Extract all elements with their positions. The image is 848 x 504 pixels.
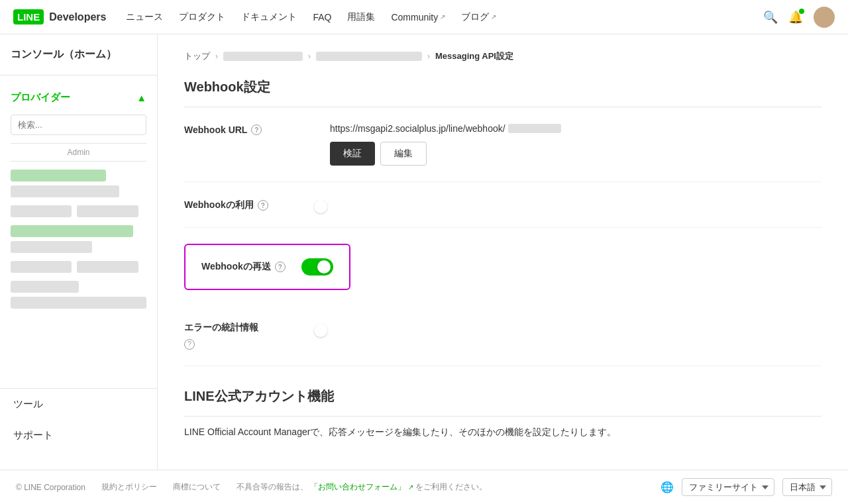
webhook-url-masked — [508, 124, 561, 133]
edit-button[interactable]: 編集 — [380, 142, 427, 166]
external-link-icon: ↗ — [408, 483, 413, 491]
external-link-icon: ↗ — [491, 13, 496, 21]
footer-right: 🌐 ファミリーサイト 日本語 — [661, 478, 832, 496]
footer-trademark-link[interactable]: 商標について — [173, 481, 221, 493]
sidebar-console-link[interactable]: コンソール（ホーム） — [0, 34, 157, 76]
nav-faq[interactable]: FAQ — [313, 12, 331, 23]
breadcrumb-blur-2 — [316, 52, 422, 61]
footer-contact-text: 不具合等の報告は、 「お問い合わせフォーム」 ↗ をご利用ください。 — [237, 481, 487, 493]
sidebar-tools-link[interactable]: ツール — [0, 389, 157, 420]
breadcrumb-sep-3: › — [427, 52, 430, 61]
nav-blog[interactable]: ブログ ↗ — [461, 11, 496, 23]
line-logo: LINE — [13, 9, 44, 25]
webhook-url-label: Webhook URL ? — [184, 123, 330, 135]
notification-icon[interactable]: 🔔 — [788, 10, 803, 25]
official-section: LINE公式アカウント機能 LINE Official Account Mana… — [184, 387, 822, 439]
webhook-use-help-icon[interactable]: ? — [258, 200, 268, 211]
webhook-url-buttons: 検証 編集 — [330, 142, 822, 166]
sidebar-search-container — [11, 115, 146, 135]
sidebar: コンソール（ホーム） プロバイダー ▲ Admin — [0, 34, 158, 504]
error-stats-help-icon[interactable]: ? — [184, 339, 195, 350]
header: LINE Developers ニュース プロダクト ドキュメント FAQ 用語… — [0, 0, 848, 34]
webhook-section-title: Webhook設定 — [184, 78, 822, 107]
globe-icon: 🌐 — [661, 481, 674, 493]
developers-label: Developers — [49, 11, 106, 23]
sidebar-item-4[interactable] — [77, 205, 138, 217]
external-link-icon: ↗ — [440, 13, 445, 21]
sidebar-item-9[interactable] — [11, 281, 79, 293]
sidebar-item-3[interactable] — [11, 205, 72, 217]
webhook-resend-section: Webhookの再送 ? — [184, 244, 822, 306]
official-description: LINE Official Account Managerで、応答メッセージを編… — [184, 425, 822, 439]
footer-policy-link[interactable]: 規約とポリシー — [101, 481, 157, 493]
nav-docs[interactable]: ドキュメント — [241, 11, 297, 23]
breadcrumb-root[interactable]: トップ — [184, 50, 210, 62]
footer: © LINE Corporation 規約とポリシー 商標について 不具合等の報… — [0, 470, 848, 504]
official-section-title: LINE公式アカウント機能 — [184, 387, 822, 417]
search-input[interactable] — [11, 115, 146, 135]
footer-contact-link[interactable]: 「お問い合わせフォーム」 ↗ — [310, 482, 415, 491]
layout: コンソール（ホーム） プロバイダー ▲ Admin — [0, 34, 848, 504]
webhook-resend-slider — [301, 258, 333, 276]
provider-label: プロバイダー — [11, 91, 70, 104]
webhook-use-label: Webhookの利用 ? — [184, 198, 330, 211]
admin-label: Admin — [11, 143, 146, 162]
search-icon[interactable]: 🔍 — [763, 10, 778, 25]
sidebar-item-8[interactable] — [77, 261, 138, 273]
nav-news[interactable]: ニュース — [126, 11, 163, 23]
sidebar-item-10[interactable] — [11, 297, 146, 309]
error-stats-label: エラーの統計情報 — [184, 322, 330, 334]
verify-button[interactable]: 検証 — [330, 142, 375, 166]
nav-products[interactable]: プロダクト — [179, 11, 225, 23]
logo: LINE Developers — [13, 9, 106, 25]
breadcrumb-current: Messaging API設定 — [435, 50, 513, 62]
header-actions: 🔍 🔔 — [763, 7, 835, 28]
chevron-up-icon: ▲ — [136, 92, 146, 103]
sidebar-item-2[interactable] — [11, 185, 119, 197]
webhook-use-toggle-container — [330, 198, 822, 209]
breadcrumb-blur-1 — [223, 52, 303, 61]
webhook-resend-toggle[interactable] — [301, 258, 333, 276]
avatar[interactable] — [814, 7, 835, 28]
breadcrumb-sep-2: › — [308, 52, 311, 61]
breadcrumb: トップ › › › Messaging API設定 — [184, 50, 822, 62]
nav-community[interactable]: Community ↗ — [391, 12, 445, 23]
sidebar-item-5[interactable] — [11, 225, 133, 237]
copyright: © LINE Corporation — [16, 483, 85, 492]
webhook-url-row: Webhook URL ? https://msgapi2.socialplus… — [184, 123, 822, 182]
sidebar-bottom: ツール サポート — [0, 388, 157, 451]
error-stats-row: エラーの統計情報 ? — [184, 322, 822, 366]
notification-dot — [799, 9, 804, 14]
family-site-select[interactable]: ファミリーサイト — [682, 478, 774, 496]
sidebar-item-provider-1[interactable] — [11, 170, 106, 181]
webhook-url-help-icon[interactable]: ? — [251, 125, 262, 135]
webhook-resend-help-icon[interactable]: ? — [275, 262, 286, 272]
sidebar-item-6[interactable] — [11, 241, 92, 253]
webhook-url-value: https://msgapi2.socialplus.jp/line/webho… — [330, 123, 822, 166]
sidebar-provider-section: プロバイダー ▲ Admin — [0, 76, 157, 323]
webhook-url-text: https://msgapi2.socialplus.jp/line/webho… — [330, 123, 822, 134]
webhook-use-row: Webhookの利用 ? — [184, 198, 822, 228]
webhook-resend-box: Webhookの再送 ? — [184, 244, 350, 290]
sidebar-item-7[interactable] — [11, 261, 72, 273]
sidebar-support-link[interactable]: サポート — [0, 420, 157, 451]
nav-glossary[interactable]: 用語集 — [347, 11, 375, 23]
sidebar-provider-header[interactable]: プロバイダー ▲ — [11, 86, 146, 109]
main-content: トップ › › › Messaging API設定 Webhook設定 Webh… — [158, 34, 848, 504]
main-nav: ニュース プロダクト ドキュメント FAQ 用語集 Community ↗ ブロ… — [126, 11, 763, 23]
language-select[interactable]: 日本語 — [782, 478, 832, 496]
webhook-resend-label: Webhookの再送 ? — [201, 261, 286, 273]
error-stats-label-container: エラーの統計情報 ? — [184, 322, 330, 350]
breadcrumb-sep-1: › — [215, 52, 218, 61]
